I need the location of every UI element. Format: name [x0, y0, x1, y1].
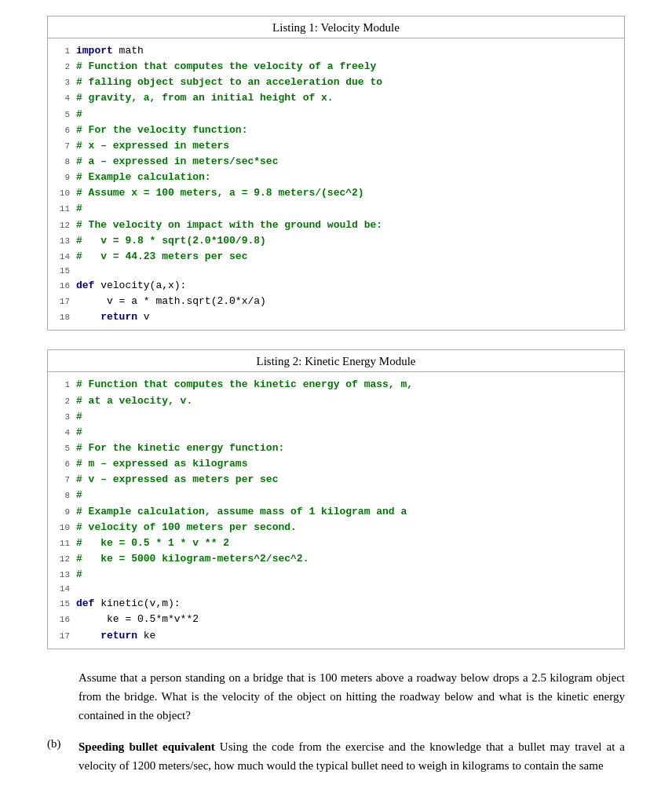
code-line: 3# falling object subject to an accelera…	[48, 75, 624, 90]
comment-token: #	[76, 426, 82, 438]
line-number: 7	[48, 140, 76, 153]
line-number: 12	[48, 219, 76, 232]
code-line: 13# v = 9.8 * sqrt(2.0*100/9.8)	[48, 233, 624, 249]
line-number: 15	[48, 265, 76, 278]
code-line: 16def velocity(a,x):	[48, 278, 624, 294]
code-line: 12# The velocity on impact with the grou…	[48, 217, 624, 233]
comment-token: # Function that computes the kinetic ene…	[76, 378, 413, 390]
code-line: 15def kinetic(v,m):	[48, 596, 624, 612]
line-content: # Function that computes the velocity of…	[76, 59, 624, 75]
line-content: # velocity of 100 meters per second.	[76, 520, 624, 535]
code-line: 14# v = 44.23 meters per sec	[48, 249, 624, 265]
comment-token: # v = 9.8 * sqrt(2.0*100/9.8)	[76, 235, 266, 247]
line-content: # a – expressed in meters/sec*sec	[76, 154, 624, 170]
code-line: 17 return ke	[48, 628, 624, 644]
line-number: 2	[48, 60, 76, 74]
line-content: return ke	[76, 628, 624, 644]
comment-token: # m – expressed as kilograms	[76, 458, 247, 470]
line-content: import math	[76, 43, 624, 59]
comment-token: # a – expressed in meters/sec*sec	[76, 155, 278, 167]
part-b-text: Speeding bullet equivalent Using the cod…	[79, 737, 625, 775]
line-content: # v = 44.23 meters per sec	[76, 249, 624, 265]
line-number: 11	[48, 537, 76, 550]
comment-token: # falling object subject to an accelerat…	[76, 76, 382, 88]
code-line: 18 return v	[48, 309, 624, 325]
line-number: 5	[48, 442, 76, 455]
normal-token: velocity(a,x):	[94, 280, 186, 291]
listing2-caption: Listing 2: Kinetic Energy Module	[48, 350, 624, 372]
code-line: 8#	[48, 488, 624, 503]
code-line: 6# For the velocity function:	[48, 122, 624, 138]
prose-paragraph1: Assume that a person standing on a bridg…	[79, 668, 625, 725]
comment-token: # velocity of 100 meters per second.	[76, 521, 297, 533]
line-number: 6	[48, 458, 76, 471]
code-line: 4#	[48, 425, 624, 440]
comment-token: # Function that computes the velocity of…	[76, 60, 376, 72]
line-content: #	[76, 409, 624, 425]
normal-token: ke = 0.5*m*v**2	[76, 613, 199, 625]
line-content: #	[76, 567, 624, 583]
listing2-code: 1# Function that computes the kinetic en…	[48, 372, 624, 648]
part-b-bold: Speeding bullet equivalent	[79, 740, 215, 753]
line-content: #	[76, 425, 624, 440]
line-number: 12	[48, 553, 76, 566]
comment-token: # ke = 5000 kilogram-meters^2/sec^2.	[76, 553, 309, 565]
line-number: 9	[48, 506, 76, 519]
comment-token: # Example calculation:	[76, 171, 211, 183]
code-line: 12# ke = 5000 kilogram-meters^2/sec^2.	[48, 551, 624, 567]
line-content: # ke = 0.5 * 1 * v ** 2	[76, 535, 624, 551]
line-content: def velocity(a,x):	[76, 278, 624, 294]
normal-token: kinetic(v,m):	[94, 598, 180, 609]
line-number: 1	[48, 378, 76, 392]
comment-token: # For the kinetic energy function:	[76, 442, 284, 454]
line-number: 1	[48, 45, 76, 58]
code-line: 2# Function that computes the velocity o…	[48, 59, 624, 75]
code-line: 11#	[48, 201, 624, 217]
line-content: #	[76, 201, 624, 217]
line-content: # Assume x = 100 meters, a = 9.8 meters/…	[76, 185, 624, 201]
code-line: 13#	[48, 567, 624, 583]
code-line: 5# For the kinetic energy function:	[48, 440, 624, 456]
comment-token: #	[76, 411, 82, 422]
code-line: 3#	[48, 409, 624, 425]
comment-token: # ke = 0.5 * 1 * v ** 2	[76, 537, 229, 549]
line-number: 13	[48, 568, 76, 582]
comment-token: # v = 44.23 meters per sec	[76, 250, 247, 262]
listing1-container: Listing 1: Velocity Module 1import math2…	[47, 16, 625, 331]
code-line: 11# ke = 0.5 * 1 * v ** 2	[48, 535, 624, 551]
keyword-token: import	[76, 45, 113, 57]
line-content: # at a velocity, v.	[76, 393, 624, 409]
code-line: 10# Assume x = 100 meters, a = 9.8 meter…	[48, 185, 624, 201]
line-content: # The velocity on impact with the ground…	[76, 217, 624, 233]
line-number: 18	[48, 311, 76, 324]
line-number: 9	[48, 171, 76, 185]
line-content: # Function that computes the kinetic ene…	[76, 377, 624, 393]
keyword-token: def	[76, 598, 94, 609]
listing2-container: Listing 2: Kinetic Energy Module 1# Func…	[47, 349, 625, 649]
line-content: # ke = 5000 kilogram-meters^2/sec^2.	[76, 551, 624, 567]
code-line: 14	[48, 583, 624, 596]
comment-token: # Example calculation, assume mass of 1 …	[76, 506, 407, 517]
normal-token: math	[113, 45, 144, 57]
line-content: # For the kinetic energy function:	[76, 440, 624, 456]
part-b-item: (b) Speeding bullet equivalent Using the…	[47, 737, 625, 775]
comment-token: # Assume x = 100 meters, a = 9.8 meters/…	[76, 187, 364, 199]
comment-token: #	[76, 489, 82, 501]
normal-token: v	[137, 311, 150, 323]
code-line: 5#	[48, 107, 624, 122]
line-number: 14	[48, 583, 76, 596]
line-content: # v = 9.8 * sqrt(2.0*100/9.8)	[76, 233, 624, 249]
line-content: # v – expressed as meters per sec	[76, 472, 624, 488]
line-number: 2	[48, 395, 76, 408]
line-number: 8	[48, 155, 76, 169]
code-line: 17 v = a * math.sqrt(2.0*x/a)	[48, 294, 624, 309]
line-number: 8	[48, 489, 76, 502]
comment-token: # v – expressed as meters per sec	[76, 473, 278, 485]
code-line: 15	[48, 265, 624, 278]
line-number: 4	[48, 92, 76, 105]
code-line: 4# gravity, a, from an initial height of…	[48, 90, 624, 106]
listing1-caption: Listing 1: Velocity Module	[48, 16, 624, 38]
code-line: 10# velocity of 100 meters per second.	[48, 520, 624, 535]
keyword-token: return	[76, 630, 137, 641]
line-number: 15	[48, 598, 76, 611]
